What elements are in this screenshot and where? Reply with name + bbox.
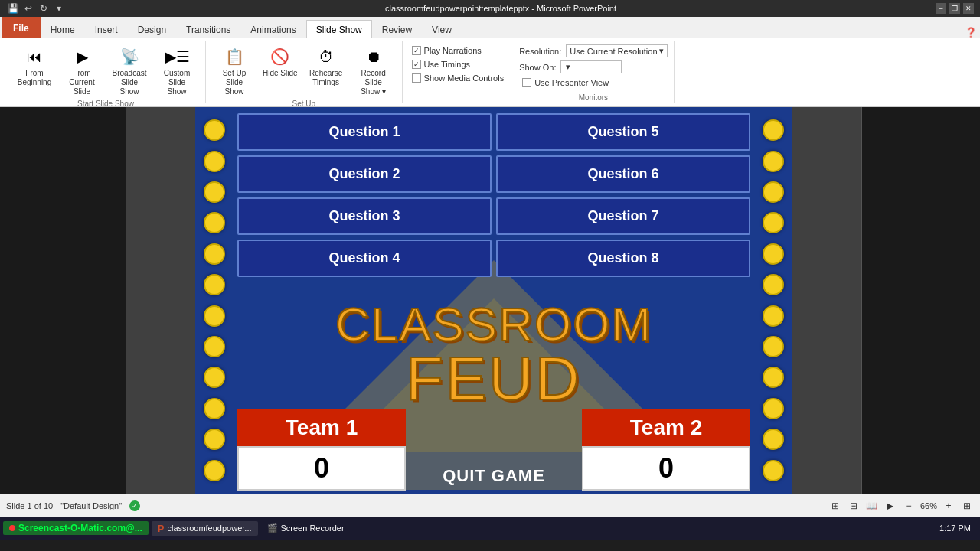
presenter-view-check-icon (522, 78, 531, 87)
setup-slideshow-button[interactable]: 📋 Set Up Slide Show (212, 43, 256, 98)
save-button[interactable]: 💾 (6, 2, 20, 15)
question-2-button[interactable]: Question 2 (237, 155, 492, 193)
tab-animations[interactable]: Animations (240, 20, 305, 38)
question-5-button[interactable]: Question 5 (496, 113, 750, 151)
custom-label: Custom Slide Show (158, 69, 196, 96)
play-narrations-checkbox[interactable]: ✓ Play Narrations (409, 44, 508, 57)
recorder-label: Screen Recorder (281, 523, 345, 533)
right-panel (861, 107, 980, 494)
fit-slide-button[interactable]: ⊞ (960, 499, 974, 513)
ribbon-group-start-slideshow: ⏮ From Beginning ▶ From Current Slide 📡 … (6, 41, 206, 103)
slide-main-area: Question 1 Question 5 Question 2 Questio… (126, 107, 861, 494)
dot (763, 181, 784, 203)
team1-label: Team 1 (237, 409, 406, 446)
powerpoint-icon: P (158, 523, 165, 534)
rehearse-timings-button[interactable]: ⏱ Rehearse Timings (304, 43, 348, 89)
from-current-slide-button[interactable]: ▶ From Current Slide (60, 43, 104, 98)
dot (204, 305, 225, 327)
resolution-value: Use Current Resolution (570, 47, 657, 56)
zoom-out-button[interactable]: − (902, 499, 916, 513)
from-current-label: From Current Slide (63, 69, 101, 96)
dot (763, 305, 784, 327)
view-normal-button[interactable]: ⊞ (828, 499, 842, 513)
recording-dot (9, 525, 15, 531)
screencast-label: Screencast-O-Matic.com@... (18, 523, 142, 533)
ribbon-content: ⏮ From Beginning ▶ From Current Slide 📡 … (0, 38, 980, 107)
view-reading-button[interactable]: 📖 (865, 499, 879, 513)
question-6-button[interactable]: Question 6 (496, 155, 750, 193)
broadcast-label: Broadcast Slide Show (110, 69, 149, 96)
from-beginning-button[interactable]: ⏮ From Beginning (12, 43, 57, 89)
show-on-label: Show On: (519, 63, 556, 72)
recorder-taskbar-item[interactable]: 🎬 Screen Recorder (261, 522, 351, 535)
show-media-label: Show Media Controls (424, 73, 505, 83)
dot (204, 398, 225, 419)
title-bar: 💾 ↩ ↻ ▾ classroomfeudpowerpointtemplatep… (0, 0, 980, 17)
close-button[interactable]: ✕ (963, 3, 974, 14)
tab-review[interactable]: Review (372, 20, 422, 38)
hide-slide-button[interactable]: 🚫 Hide Slide (260, 43, 301, 80)
broadcast-slideshow-button[interactable]: 📡 Broadcast Slide Show (107, 43, 152, 98)
quit-game-button[interactable]: QUIT GAME (443, 466, 545, 486)
view-slide-sorter-button[interactable]: ⊟ (847, 499, 861, 513)
tab-slideshow[interactable]: Slide Show (306, 20, 372, 38)
undo-button[interactable]: ↩ (21, 2, 35, 15)
team1-score: 0 (237, 446, 406, 491)
tab-transitions[interactable]: Transitions (176, 20, 240, 38)
custom-icon: ▶☰ (165, 44, 189, 69)
view-slideshow-button[interactable]: ▶ (884, 499, 897, 513)
dot (763, 274, 784, 295)
dots-right (754, 107, 792, 494)
show-on-row: Show On: ▾ (519, 60, 667, 73)
use-timings-checkbox[interactable]: ✓ Use Timings (409, 58, 508, 70)
restore-button[interactable]: ❐ (949, 3, 960, 14)
dot (763, 398, 784, 419)
show-media-check-icon (412, 73, 421, 83)
monitors-group-label: Monitors (519, 93, 667, 102)
tab-file[interactable]: File (2, 17, 41, 38)
record-icon: ⏺ (361, 44, 386, 69)
dot (204, 212, 225, 233)
zoom-in-button[interactable]: + (942, 499, 956, 513)
from-beginning-icon: ⏮ (22, 44, 47, 69)
from-current-icon: ▶ (70, 44, 94, 69)
redo-button[interactable]: ↻ (37, 2, 51, 15)
powerpoint-label: classroomfeudpower... (167, 523, 251, 533)
tab-view[interactable]: View (422, 20, 462, 38)
show-on-dropdown[interactable]: ▾ (560, 60, 622, 73)
question-1-button[interactable]: Question 1 (237, 113, 492, 151)
rehearse-icon: ⏱ (314, 44, 338, 69)
start-slideshow-items: ⏮ From Beginning ▶ From Current Slide 📡 … (12, 43, 199, 98)
status-right: ⊞ ⊟ 📖 ▶ − 66% + ⊞ (828, 499, 974, 513)
presenter-view-checkbox[interactable]: Use Presenter View (519, 77, 667, 89)
resolution-dropdown[interactable]: Use Current Resolution ▾ (566, 44, 667, 57)
slide-container: Question 1 Question 5 Question 2 Questio… (195, 107, 792, 494)
qat-more-button[interactable]: ▾ (52, 2, 66, 15)
minimize-button[interactable]: – (936, 3, 946, 14)
hide-icon: 🚫 (268, 44, 292, 69)
dot (763, 429, 784, 450)
setup-label: Set Up Slide Show (215, 69, 253, 96)
powerpoint-taskbar-item[interactable]: P classroomfeudpower... (152, 521, 258, 536)
broadcast-icon: 📡 (117, 44, 142, 69)
question-3-button[interactable]: Question 3 (237, 197, 492, 235)
theme-name: "Default Design" (60, 501, 122, 510)
dot (763, 336, 784, 357)
main-area: Question 1 Question 5 Question 2 Questio… (0, 107, 980, 494)
question-7-button[interactable]: Question 7 (496, 197, 750, 235)
question-8-button[interactable]: Question 8 (496, 240, 750, 277)
custom-slideshow-button[interactable]: ▶☰ Custom Slide Show (155, 43, 199, 98)
dot (204, 151, 225, 172)
record-slideshow-button[interactable]: ⏺ Record Slide Show ▾ (351, 43, 396, 98)
tab-insert[interactable]: Insert (85, 20, 128, 38)
show-media-controls-checkbox[interactable]: Show Media Controls (409, 72, 508, 84)
setup-icon: 📋 (222, 44, 247, 69)
question-4-button[interactable]: Question 4 (237, 240, 492, 277)
dot (763, 460, 784, 481)
help-icon[interactable]: ❓ (965, 27, 977, 38)
dots-left (195, 107, 234, 494)
tab-design[interactable]: Design (128, 20, 176, 38)
screencast-taskbar-item[interactable]: Screencast-O-Matic.com@... (3, 521, 149, 535)
slide-info: Slide 1 of 10 (6, 501, 53, 510)
tab-home[interactable]: Home (41, 20, 85, 38)
